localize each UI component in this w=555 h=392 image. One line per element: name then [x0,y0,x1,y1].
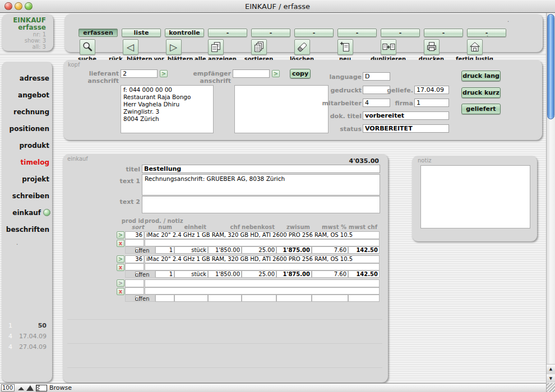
eraser-icon[interactable] [294,39,310,55]
mwst-pct-cell[interactable] [312,295,348,302]
empfaenger-goto-icon[interactable]: > [272,70,280,77]
text2-field[interactable] [142,196,380,213]
tab-liste[interactable]: liste [122,29,161,37]
delete-row-icon[interactable]: x [117,288,124,295]
prod-text-cell[interactable] [145,279,380,287]
sidebar-item-produkt[interactable]: produkt [2,142,49,150]
einkauf-status-orb-icon[interactable] [43,209,50,216]
printer-icon[interactable] [424,39,440,55]
show-all-icon[interactable] [208,39,224,55]
chf-cell[interactable] [208,295,242,302]
druck-kurz-button[interactable]: druck kurz [461,87,501,98]
lieferant-anschrift-field[interactable]: f: 044 000 00 00 Restaurant Raja Bongo H… [121,85,214,133]
zwisum-cell[interactable]: 1'875.00 [276,270,312,278]
status-label: status [316,125,362,133]
zoom-out-icon[interactable] [17,385,25,391]
prod-text-cell[interactable]: iMac 20" 2.4 GHz 1 GB RAM, 320 GB HD, AT… [145,231,380,239]
prod-text-cell[interactable]: iMac 20" 2.4 GHz 1 GB RAM, 320 GB HD, AT… [145,255,380,263]
tab-blank-1[interactable]: - [208,29,247,37]
geliefert-button[interactable]: geliefert [461,104,501,114]
nebenkost-cell[interactable]: 25.00 [242,246,276,254]
notiz-cell[interactable] [145,287,380,295]
notiz-cell[interactable] [145,239,380,246]
sort-cell[interactable] [125,239,144,246]
text1-field[interactable]: Rechnungsanschrift: GRUEBER AG, 8038 Zür… [142,174,380,195]
zoom-in-icon[interactable] [26,384,34,391]
sidebar-item-angebot[interactable]: angebot [2,91,49,99]
sidebar-item-schreiben[interactable]: schreiben [2,192,49,200]
chf-cell[interactable]: 1'850.00 [208,246,242,254]
scrollbar-thumb[interactable] [547,14,554,119]
geliefe-field[interactable]: 17.04.09 [414,86,449,94]
num-cell[interactable]: 1 [155,246,174,254]
sidebar-item-adresse[interactable]: adresse [2,74,49,82]
tab-kontrolle[interactable]: kontrolle [165,29,204,37]
mode-selector[interactable]: Browse [49,384,72,391]
tab-blank-6[interactable]: - [424,29,463,37]
prod-id-cell[interactable] [125,279,144,287]
sidebar-item-einkauf[interactable]: einkauf [2,209,41,217]
prod-id-cell[interactable]: 36 [125,231,144,239]
sort-cell[interactable] [125,287,144,295]
new-record-icon[interactable] [337,39,353,55]
zoom-level-field[interactable]: 100 [1,384,15,391]
notiz-field[interactable] [420,165,530,228]
sidebar-item-positionen[interactable]: positionen [2,125,49,133]
dok-titel-field[interactable]: vorbereitet [363,111,449,120]
sort-cell[interactable] [125,263,144,270]
open-row-icon[interactable]: > [117,231,124,239]
mwst-pct-cell[interactable]: 7.60 [312,246,348,254]
copy-button[interactable]: copy [290,69,311,78]
tab-blank-4[interactable]: - [337,29,377,37]
sidebar-dot: . [16,240,18,246]
einheit-cell[interactable] [174,295,208,302]
einheit-cell[interactable]: stück [174,270,208,278]
scroll-up-icon[interactable]: ▲ [547,364,555,373]
sidebar-item-beschriften[interactable]: beschriften [2,226,49,234]
search-icon[interactable] [80,39,95,55]
titel-field[interactable]: Bestellung [142,165,380,173]
druck-lang-button[interactable]: druck lang [461,71,501,81]
delete-row-icon[interactable]: x [117,264,124,271]
next-record-icon[interactable]: ▷ [166,39,182,55]
open-row-icon[interactable]: > [117,255,124,263]
zwisum-cell[interactable] [276,295,312,302]
lieferant-goto-icon[interactable]: > [160,70,168,77]
sidebar-item-projekt[interactable]: projekt [2,175,49,183]
num-cell[interactable]: 1 [155,270,174,278]
delete-row-icon[interactable]: x [117,240,124,247]
tab-erfassen[interactable]: erfassen [78,29,118,37]
nebenkost-cell[interactable] [242,295,276,302]
home-icon[interactable] [467,39,483,55]
window-resize-grip[interactable] [546,383,555,392]
chf-cell[interactable]: 1'850.00 [208,270,242,278]
empfaenger-anschrift-field[interactable] [234,85,329,133]
empfaenger-field[interactable] [233,69,270,78]
previous-record-icon[interactable]: ◁ [123,39,138,55]
status-field[interactable]: VORBEREITET [363,124,449,133]
mwst-chf-cell[interactable]: 142.50 [348,270,380,278]
tab-blank-2[interactable]: - [251,29,290,37]
prod-id-cell[interactable]: 36 [125,255,144,263]
sort-icon[interactable] [251,39,267,55]
mwst-chf-cell[interactable] [348,295,380,302]
status-area-toggle-icon[interactable] [36,385,47,391]
nebenkost-cell[interactable]: 25.00 [242,270,276,278]
zwisum-cell[interactable]: 1'875.00 [276,246,312,254]
einheit-cell[interactable]: stück [174,246,208,254]
lieferant-field[interactable]: 2 [121,69,158,78]
firma-field[interactable]: 1 [414,99,449,107]
sidebar-item-rechnung[interactable]: rechnung [2,108,49,116]
num-cell[interactable] [155,295,174,302]
notiz-cell[interactable] [145,263,380,270]
sidebar-item-timelog[interactable]: timelog [2,158,49,166]
tab-blank-3[interactable]: - [294,29,334,37]
scroll-down-icon[interactable]: ▼ [547,374,555,382]
mwst-pct-cell[interactable]: 7.60 [312,270,348,278]
duplicate-icon[interactable] [381,39,396,55]
language-field[interactable]: D [363,72,390,81]
vertical-scrollbar[interactable]: ▲ ▼ [546,13,555,383]
tab-blank-5[interactable]: - [381,29,420,37]
mwst-chf-cell[interactable]: 142.50 [348,246,380,254]
open-row-icon[interactable]: > [117,279,124,287]
